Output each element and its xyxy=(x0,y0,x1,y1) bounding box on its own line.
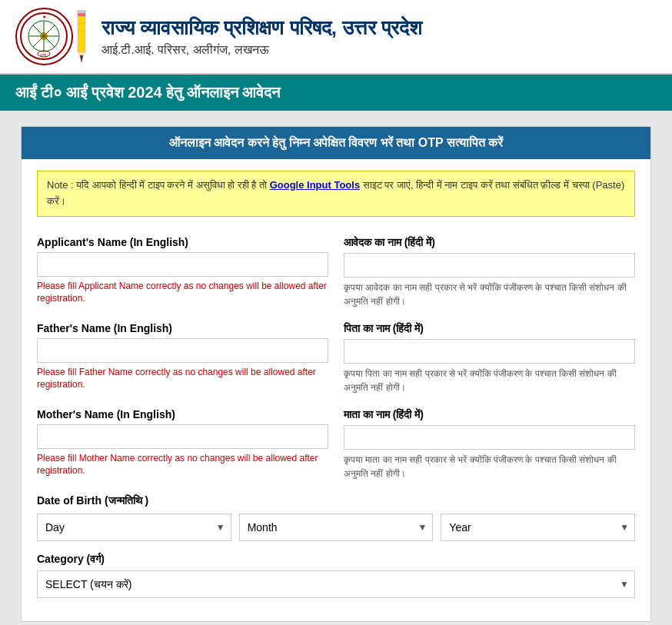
org-title: राज्य व्यावसायिक प्रशिक्षण परिषद, उत्तर … xyxy=(101,16,422,40)
page-header: ★ उ.प्र. राज्य व्यावसायिक प्रशिक्षण परिष… xyxy=(0,0,672,75)
svg-text:★: ★ xyxy=(42,15,46,19)
father-name-hi-col: पिता का नाम (हिंदी में) कृपया पिता का ना… xyxy=(344,322,635,394)
mother-name-hi-label: माता का नाम (हिंदी में) xyxy=(344,408,635,421)
applicant-name-hi-input[interactable] xyxy=(344,253,635,278)
category-section: Category (वर्ग) SELECT (चयन करें) Genera… xyxy=(37,553,635,598)
mother-name-en-col: Mother's Name (In English) Please fill M… xyxy=(37,408,328,480)
dob-selects: Day 12345 678910 1112131415 1617181920 2… xyxy=(37,514,635,541)
note-text: Note : यदि आपको हिन्दी में टाइप करने में… xyxy=(47,179,267,191)
applicant-name-hi-label: आवेदक का नाम (हिंदी में) xyxy=(344,236,635,249)
category-select[interactable]: SELECT (चयन करें) General OBC SC ST xyxy=(37,570,635,598)
banner-text: आईं टी० आईं प्रवेश 2024 हेतु ऑनलाइन आवेद… xyxy=(15,84,280,101)
applicant-name-row: Applicant's Name (In English) Please fil… xyxy=(37,236,635,308)
main-form-area: ऑनलाइन आवेदन करने हेतु निम्न अपेक्षित वि… xyxy=(21,126,651,622)
dob-year-select[interactable]: Year 2010200920082007 2006200520042003 2… xyxy=(441,514,635,541)
father-name-en-input[interactable] xyxy=(37,338,328,363)
category-select-wrap: SELECT (चयन करें) General OBC SC ST ▼ xyxy=(37,570,635,598)
mother-name-hi-input[interactable] xyxy=(344,425,635,450)
note-link[interactable]: Google Input Tools xyxy=(270,179,360,191)
applicant-name-en-col: Applicant's Name (In English) Please fil… xyxy=(37,236,328,308)
note-box: Note : यदि आपको हिन्दी में टाइप करने में… xyxy=(37,171,635,217)
applicant-name-hi-hint: कृपया आवेदक का नाम सही प्रकार से भरें क्… xyxy=(344,281,635,308)
mother-name-hi-col: माता का नाम (हिंदी में) कृपया माता का ना… xyxy=(344,408,635,480)
org-subtitle: आई.टी.आई. परिसर, अलीगंज, लखनऊ xyxy=(101,43,422,57)
applicant-name-en-input[interactable] xyxy=(37,252,328,277)
dob-label: Date of Birth (जन्मतिथि ) xyxy=(37,494,635,507)
mother-name-en-input[interactable] xyxy=(37,424,328,449)
applicant-name-hi-col: आवेदक का नाम (हिंदी में) कृपया आवेदक का … xyxy=(344,236,635,308)
father-name-hi-label: पिता का नाम (हिंदी में) xyxy=(344,322,635,335)
mother-name-row: Mother's Name (In English) Please fill M… xyxy=(37,408,635,480)
dob-section: Date of Birth (जन्मतिथि ) Day 12345 6789… xyxy=(37,494,635,541)
dob-day-wrap: Day 12345 678910 1112131415 1617181920 2… xyxy=(37,514,231,541)
father-name-en-col: Father's Name (In English) Please fill F… xyxy=(37,322,328,394)
svg-rect-14 xyxy=(77,10,86,13)
father-name-row: Father's Name (In English) Please fill F… xyxy=(37,322,635,394)
header-text: राज्य व्यावसायिक प्रशिक्षण परिषद, उत्तर … xyxy=(101,16,422,57)
father-name-en-label: Father's Name (In English) xyxy=(37,322,328,334)
form-body: Applicant's Name (In English) Please fil… xyxy=(22,228,650,621)
mother-name-en-hint: Please fill Mother Name correctly as no … xyxy=(37,452,328,478)
page-banner: आईं टी० आईं प्रवेश 2024 हेतु ऑनलाइन आवेद… xyxy=(0,75,672,111)
father-name-hi-input[interactable] xyxy=(344,339,635,364)
mother-name-en-label: Mother's Name (In English) xyxy=(37,408,328,421)
category-label: Category (वर्ग) xyxy=(37,553,635,566)
applicant-name-en-hint: Please fill Applicant Name correctly as … xyxy=(37,280,328,306)
father-name-en-hint: Please fill Father Name correctly as no … xyxy=(37,366,328,392)
father-name-hi-hint: कृपया पिता का नाम सही प्रकार से भरें क्य… xyxy=(344,367,635,394)
mother-name-hi-hint: कृपया माता का नाम सही प्रकार से भरें क्य… xyxy=(344,453,635,480)
logo-svg: ★ उ.प्र. xyxy=(19,12,69,62)
dob-month-select[interactable]: Month JanuaryFebruaryMarchApril MayJuneJ… xyxy=(239,514,434,541)
svg-rect-10 xyxy=(78,14,85,52)
form-header-text: ऑनलाइन आवेदन करने हेतु निम्न अपेक्षित वि… xyxy=(169,136,504,149)
dob-month-wrap: Month JanuaryFebruaryMarchApril MayJuneJ… xyxy=(239,514,434,541)
org-logo: ★ उ.प्र. xyxy=(15,8,73,65)
dob-year-wrap: Year 2010200920082007 2006200520042003 2… xyxy=(441,514,635,541)
applicant-name-en-label: Applicant's Name (In English) xyxy=(37,236,328,248)
dob-day-select[interactable]: Day 12345 678910 1112131415 1617181920 2… xyxy=(37,514,231,541)
form-header: ऑनलाइन आवेदन करने हेतु निम्न अपेक्षित वि… xyxy=(22,127,650,159)
pencil-icon xyxy=(73,8,90,65)
svg-text:उ.प्र.: उ.प्र. xyxy=(39,52,48,58)
